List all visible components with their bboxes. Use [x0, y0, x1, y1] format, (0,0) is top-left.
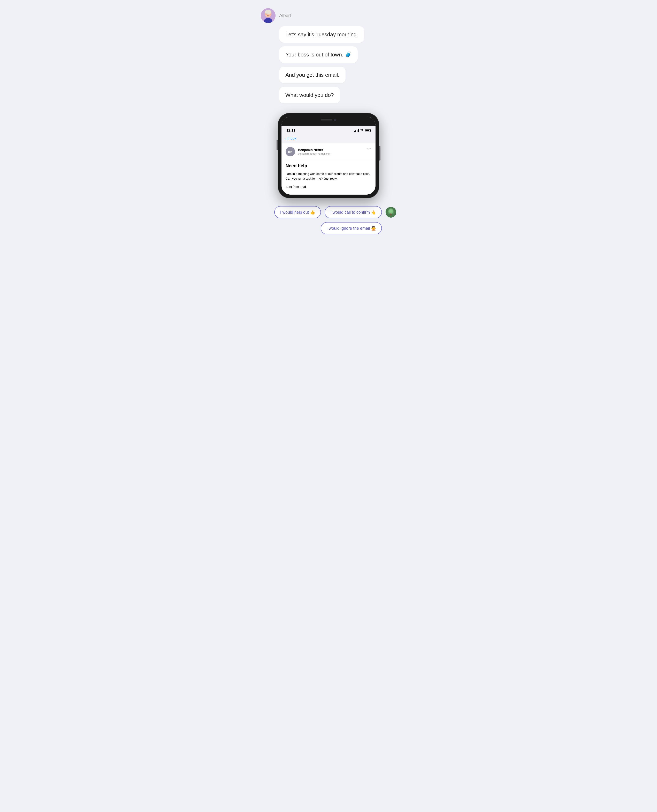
chat-container: Albert Let's say it's Tuesday morning. Y…: [261, 8, 396, 234]
svg-point-14: [389, 209, 392, 213]
albert-name-label: Albert: [279, 13, 291, 18]
wifi-icon: [360, 129, 364, 132]
email-time: now: [366, 147, 371, 150]
inbox-label: Inbox: [288, 137, 296, 141]
email-header: BN Benjamin Netter benjamin.netter@gmail…: [286, 147, 371, 160]
status-time: 12:11: [286, 129, 295, 132]
sender-details: Benjamin Netter benjamin.netter@gmail.co…: [298, 148, 331, 156]
status-icons: [354, 129, 371, 132]
response-ignore-email[interactable]: I would ignore the email 🙅: [321, 222, 382, 234]
user-avatar: [386, 207, 396, 218]
response-row-1: I would help out 👍 I would call to confi…: [261, 206, 396, 218]
response-call-confirm[interactable]: I would call to confirm 👆: [325, 206, 382, 218]
albert-header: Albert: [261, 8, 396, 23]
notch: [314, 117, 343, 123]
chevron-left-icon: ‹: [285, 136, 286, 141]
sender-name: Benjamin Netter: [298, 148, 331, 152]
message-bubble-3: And you get this email.: [279, 67, 346, 83]
message-bubble-1: Let's say it's Tuesday morning.: [279, 26, 364, 43]
phone-wrapper: 12:11: [261, 113, 396, 198]
inbox-bar: ‹ Inbox: [282, 135, 375, 143]
email-signature: Sent from iPad: [286, 185, 371, 188]
speaker: [321, 119, 332, 120]
signal-bars-icon: [354, 129, 359, 132]
sender-info: BN Benjamin Netter benjamin.netter@gmail…: [286, 147, 331, 156]
phone-frame: 12:11: [278, 113, 379, 198]
email-subject: Need help: [286, 163, 371, 168]
avatar: [261, 8, 276, 23]
email-body: I am in a meeting with some of our clien…: [286, 171, 371, 181]
sender-email-address: benjamin.netter@gmail.com: [298, 152, 331, 155]
battery-icon: [365, 129, 371, 132]
response-row-2: I would ignore the email 🙅: [261, 222, 396, 234]
response-help-out[interactable]: I would help out 👍: [274, 206, 321, 218]
status-bar: 12:11: [282, 126, 375, 135]
inbox-back-button[interactable]: ‹ Inbox: [285, 136, 372, 141]
svg-point-7: [270, 14, 271, 15]
messages-group: Let's say it's Tuesday morning. Your bos…: [261, 26, 396, 107]
email-area: BN Benjamin Netter benjamin.netter@gmail…: [282, 143, 375, 195]
message-bubble-2: Your boss is out of town. 🧳: [279, 47, 358, 63]
sender-avatar: BN: [286, 147, 295, 156]
camera: [334, 119, 336, 121]
svg-rect-13: [390, 213, 392, 216]
message-bubble-4: What would you do?: [279, 87, 340, 103]
phone-screen: 12:11: [282, 117, 375, 195]
notch-area: [282, 117, 375, 126]
svg-point-6: [265, 14, 266, 15]
